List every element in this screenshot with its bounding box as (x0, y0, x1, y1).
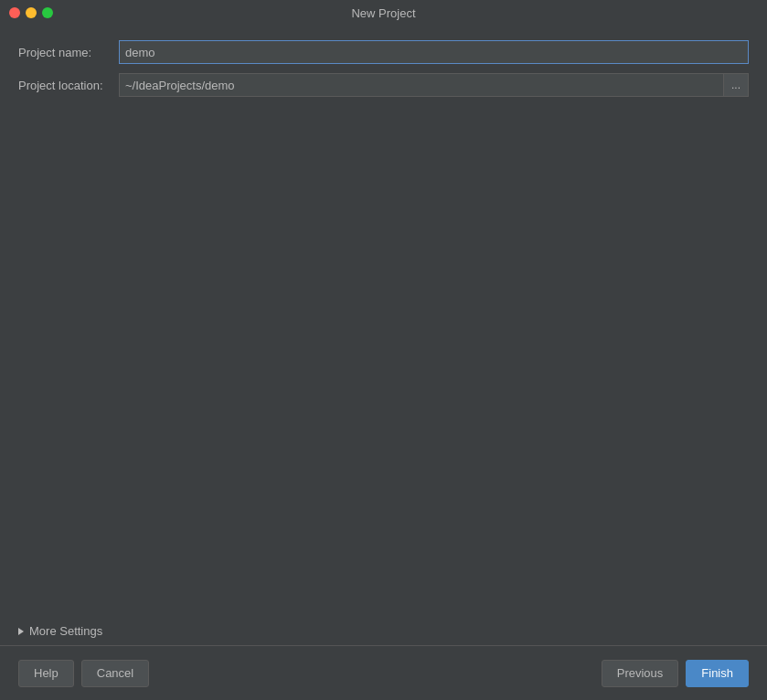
project-location-label: Project location: (18, 79, 119, 92)
window-controls (9, 7, 53, 18)
cancel-button[interactable]: Cancel (81, 660, 149, 687)
left-buttons: Help Cancel (18, 660, 149, 687)
minimize-button[interactable] (26, 7, 37, 18)
close-button[interactable] (9, 7, 20, 18)
more-settings-toggle[interactable]: More Settings (18, 617, 749, 645)
window-title: New Project (351, 6, 415, 20)
more-settings-arrow-icon (18, 628, 24, 635)
right-buttons: Previous Finish (602, 660, 749, 687)
project-name-input[interactable] (119, 40, 749, 64)
bottom-bar: Help Cancel Previous Finish (0, 645, 767, 700)
project-name-row: Project name: (18, 40, 749, 64)
finish-button[interactable]: Finish (686, 660, 749, 687)
project-location-row: Project location: ... (18, 73, 749, 97)
dialog-content: Project name: Project location: ... More… (0, 26, 767, 645)
previous-button[interactable]: Previous (602, 660, 679, 687)
location-input-wrapper: ... (119, 73, 749, 97)
title-bar: New Project (0, 0, 767, 26)
project-name-label: Project name: (18, 46, 119, 59)
browse-button[interactable]: ... (723, 73, 749, 97)
maximize-button[interactable] (42, 7, 53, 18)
help-button[interactable]: Help (18, 660, 74, 687)
more-settings-label: More Settings (29, 624, 102, 638)
project-location-input[interactable] (119, 73, 723, 97)
content-spacer (18, 106, 749, 617)
